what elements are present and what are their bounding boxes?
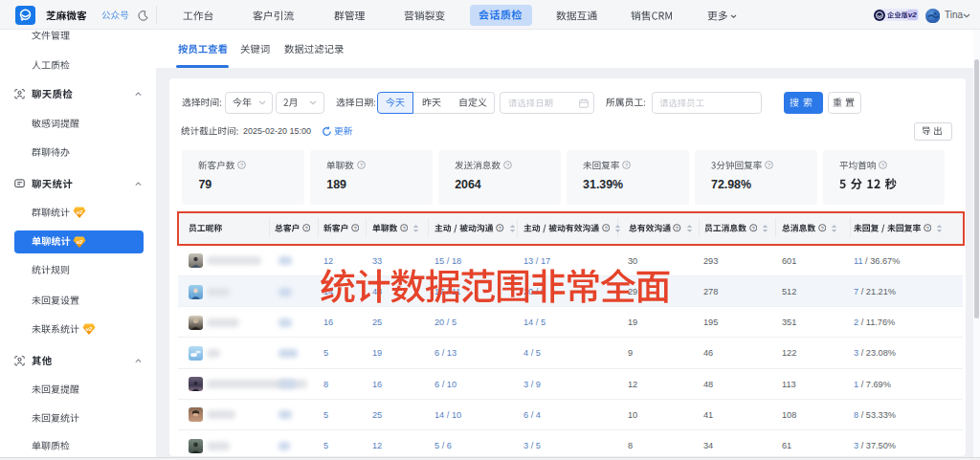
svg-text:?: ? (768, 163, 770, 168)
svg-text:v2: v2 (76, 209, 82, 215)
svg-text:v2: v2 (85, 326, 92, 332)
svg-text:?: ? (360, 163, 363, 168)
svg-text:?: ? (751, 226, 754, 231)
svg-text:?: ? (305, 226, 308, 231)
svg-text:?: ? (676, 226, 679, 231)
svg-text:?: ? (625, 163, 628, 168)
svg-text:?: ? (403, 226, 406, 231)
svg-text:?: ? (820, 226, 823, 231)
svg-text:?: ? (506, 163, 509, 168)
svg-text:?: ? (881, 163, 884, 168)
svg-text:?: ? (604, 226, 607, 231)
svg-text:?: ? (499, 226, 501, 231)
svg-text:v2: v2 (77, 238, 83, 244)
svg-text:?: ? (354, 226, 357, 231)
svg-text:?: ? (926, 226, 929, 231)
svg-text:?: ? (240, 163, 243, 168)
